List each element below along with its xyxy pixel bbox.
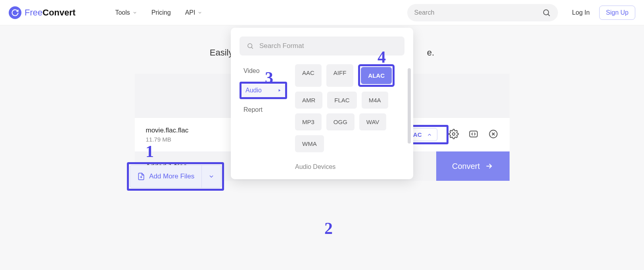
- logo-text: FreeConvert: [25, 8, 75, 18]
- svg-point-1: [452, 132, 455, 135]
- arrow-right-icon: [485, 162, 493, 170]
- chevron-down-icon: [208, 173, 215, 180]
- format-m4a[interactable]: M4A: [362, 92, 388, 109]
- chevron-down-icon: [197, 10, 202, 15]
- nav-pricing[interactable]: Pricing: [151, 9, 171, 16]
- category-video-label: Video: [243, 67, 260, 75]
- chevron-down-icon: [132, 10, 137, 15]
- format-amr[interactable]: AMR: [295, 92, 322, 109]
- format-grid: AAC AIFF ALAC AMR FLAC M4A MP3 OGG WAV W…: [295, 64, 404, 152]
- header-search[interactable]: [407, 4, 558, 21]
- search-input[interactable]: [414, 9, 542, 16]
- audio-devices-label: Audio Devices: [295, 163, 404, 170]
- format-categories: Video Audio Report: [240, 64, 287, 170]
- svg-rect-2: [470, 131, 477, 137]
- svg-point-0: [543, 10, 548, 15]
- settings-button[interactable]: [448, 129, 459, 141]
- add-more-files-button: Add More Files: [130, 165, 221, 188]
- format-aac[interactable]: AAC: [295, 64, 322, 87]
- search-icon: [247, 42, 254, 50]
- code-icon: [468, 129, 479, 139]
- add-more-files-main[interactable]: Add More Files: [130, 165, 201, 188]
- annotation-4: 4: [378, 48, 386, 67]
- logo-icon: [9, 6, 21, 19]
- dropdown-body: Video Audio Report AAC AIFF ALAC AMR FLA…: [240, 64, 404, 170]
- main-nav: Tools Pricing API: [115, 9, 202, 16]
- subtitle-suffix: e.: [427, 48, 434, 57]
- gear-icon: [448, 129, 459, 139]
- search-icon: [542, 8, 551, 17]
- audio-annotation-highlight: Audio: [240, 82, 287, 99]
- logo[interactable]: FreeConvert: [9, 6, 75, 19]
- format-wma[interactable]: WMA: [295, 135, 324, 152]
- signup-button[interactable]: Sign Up: [599, 6, 635, 20]
- dropdown-scrollbar[interactable]: [408, 68, 411, 144]
- add-more-files-dropdown[interactable]: [201, 165, 221, 188]
- annotation-1: 1: [146, 142, 154, 161]
- add-more-files-wrapper: Add More Files: [127, 162, 224, 191]
- format-mp3[interactable]: MP3: [295, 113, 322, 130]
- chevron-up-icon: [427, 132, 432, 138]
- category-audio-label: Audio: [245, 87, 262, 94]
- file-plus-icon: [137, 172, 145, 181]
- code-button[interactable]: [468, 129, 479, 141]
- format-search-input[interactable]: [259, 42, 397, 50]
- convert-label: Convert: [452, 162, 480, 171]
- remove-file-button[interactable]: [488, 129, 498, 141]
- category-audio[interactable]: Audio: [242, 84, 285, 97]
- format-dropdown: Video Audio Report AAC AIFF ALAC AMR FLA…: [231, 28, 413, 179]
- format-list: AAC AIFF ALAC AMR FLAC M4A MP3 OGG WAV W…: [295, 64, 404, 170]
- logo-free: Free: [25, 8, 42, 17]
- nav-tools[interactable]: Tools: [115, 9, 137, 16]
- category-video[interactable]: Video: [240, 64, 287, 78]
- nav-api-label: API: [185, 9, 196, 16]
- format-flac[interactable]: FLAC: [327, 92, 356, 109]
- category-report-label: Report: [243, 106, 263, 113]
- site-header: FreeConvert Tools Pricing API Log In Sig…: [0, 0, 644, 25]
- annotation-3: 3: [265, 68, 273, 87]
- login-link[interactable]: Log In: [572, 9, 590, 16]
- convert-button[interactable]: Convert: [436, 151, 510, 181]
- nav-api[interactable]: API: [185, 9, 203, 16]
- nav-tools-label: Tools: [115, 9, 130, 16]
- add-more-files-label: Add More Files: [149, 172, 194, 180]
- format-ogg[interactable]: OGG: [326, 113, 355, 130]
- logo-convert: Convert: [42, 8, 75, 17]
- close-icon: [488, 129, 498, 139]
- format-aiff[interactable]: AIFF: [326, 64, 354, 87]
- annotation-2: 2: [324, 219, 333, 238]
- format-wav[interactable]: WAV: [359, 113, 387, 130]
- triangle-right-icon: [278, 89, 281, 92]
- auth-actions: Log In Sign Up: [572, 6, 635, 20]
- format-alac[interactable]: ALAC: [361, 67, 392, 84]
- category-report[interactable]: Report: [240, 103, 287, 117]
- svg-point-4: [248, 44, 252, 48]
- alac-annotation-highlight: ALAC: [358, 64, 395, 87]
- file-row-actions: [448, 129, 498, 141]
- add-annotation-highlight: Add More Files: [127, 162, 224, 191]
- nav-pricing-label: Pricing: [151, 9, 171, 16]
